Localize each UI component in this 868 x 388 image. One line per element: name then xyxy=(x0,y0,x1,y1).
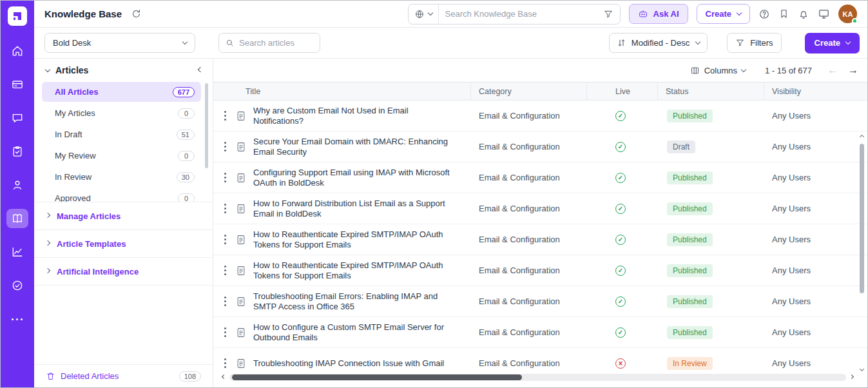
sidebar-group-article-templates[interactable]: Article Templates xyxy=(34,230,213,258)
column-header-title[interactable]: Title xyxy=(213,82,471,100)
horizontal-scroll-track[interactable] xyxy=(229,374,846,381)
article-title-link[interactable]: How to Configure a Custom SMTP Email Ser… xyxy=(253,322,450,342)
help-icon[interactable] xyxy=(758,8,770,20)
article-title-link[interactable]: Configuring Support Email using IMAP wit… xyxy=(253,168,450,188)
chat-icon[interactable] xyxy=(6,108,28,128)
sidebar-item-all-articles[interactable]: All Articles 677 xyxy=(42,82,201,102)
scroll-down-icon[interactable] xyxy=(860,367,864,371)
live-cell xyxy=(587,265,658,276)
scroll-right-icon[interactable] xyxy=(849,374,854,378)
horizontal-scroll-thumb[interactable] xyxy=(232,374,522,380)
article-title-link[interactable]: Secure Your Email Domain with DMARC: Enh… xyxy=(253,137,450,157)
article-title-link[interactable]: How to Reauthenticate Expired SMTP/IMAP … xyxy=(253,260,450,280)
article-title-link[interactable]: Troubleshooting IMAP Connection Issue wi… xyxy=(253,358,444,369)
count-badge: 108 xyxy=(179,371,201,382)
article-title-link[interactable]: How to Reauthenticate Expired SMTP/IMAP … xyxy=(253,229,450,249)
nav-item-label: In Review xyxy=(55,172,92,182)
column-header-status[interactable]: Status xyxy=(658,82,764,100)
filters-button[interactable]: Filters xyxy=(727,33,781,53)
sidebar-item-approved[interactable]: Approved 0 xyxy=(42,188,201,202)
column-header-live[interactable]: Live xyxy=(587,82,658,100)
vertical-scrollbar[interactable] xyxy=(858,137,866,371)
table-row[interactable]: How to Configure a Custom SMTP Email Ser… xyxy=(213,317,867,348)
more-icon[interactable] xyxy=(6,309,28,329)
horizontal-scrollbar[interactable] xyxy=(222,373,853,382)
ask-ai-button[interactable]: Ask AI xyxy=(629,4,688,24)
panel-scrollbar[interactable] xyxy=(205,83,208,168)
row-menu-icon[interactable] xyxy=(222,296,229,307)
reports-icon[interactable] xyxy=(6,242,28,262)
column-header-visibility[interactable]: Visibility xyxy=(764,82,867,100)
status-badge: Published xyxy=(667,326,713,339)
table-row[interactable]: How to Forward Distribution List Email a… xyxy=(213,193,867,224)
count-badge: 0 xyxy=(178,151,195,161)
article-title-link[interactable]: Troubleshooting Email Errors: Enabling I… xyxy=(253,291,450,311)
section-expand-icon[interactable] xyxy=(45,66,50,72)
row-menu-icon[interactable] xyxy=(222,141,229,152)
app-window: Knowledge Base xyxy=(0,0,868,388)
sidebar-group-artificial-intelligence[interactable]: Artificial Intelligence xyxy=(34,258,213,286)
chevron-down-icon xyxy=(427,10,432,15)
row-menu-icon[interactable] xyxy=(222,265,229,276)
notifications-icon[interactable] xyxy=(798,8,809,20)
table-row[interactable]: Configuring Support Email using IMAP wit… xyxy=(213,162,867,193)
home-icon[interactable] xyxy=(6,41,28,61)
article-icon xyxy=(235,172,247,184)
bolddesk-logo[interactable] xyxy=(8,6,27,26)
search-scope-dropdown[interactable] xyxy=(409,5,439,24)
bookmark-icon[interactable] xyxy=(778,8,789,19)
create-button[interactable]: Create xyxy=(805,33,860,53)
table-row[interactable]: Troubleshooting Email Errors: Enabling I… xyxy=(213,286,867,317)
collapse-panel-icon[interactable] xyxy=(197,68,204,73)
search-filter-icon[interactable] xyxy=(597,9,620,19)
contacts-icon[interactable] xyxy=(6,175,28,195)
sidebar-item-my-articles[interactable]: My Articles 0 xyxy=(42,103,201,123)
scroll-left-icon[interactable] xyxy=(222,374,226,378)
approvals-icon[interactable] xyxy=(6,276,28,295)
refresh-icon[interactable] xyxy=(131,8,142,19)
article-title-link[interactable]: How to Forward Distribution List Email a… xyxy=(253,199,450,218)
column-header-category[interactable]: Category xyxy=(471,82,587,100)
vertical-scroll-thumb[interactable] xyxy=(860,144,864,293)
columns-button[interactable]: Columns xyxy=(690,66,746,75)
chevron-right-icon xyxy=(45,267,50,273)
count-badge: 51 xyxy=(177,130,195,140)
sidebar-item-deleted-articles[interactable]: Deleted Articles 108 xyxy=(34,364,213,387)
row-menu-icon[interactable] xyxy=(222,203,229,214)
category-cell: Email & Configuration xyxy=(471,204,587,213)
sidebar-item-my-review[interactable]: My Review 0 xyxy=(42,146,201,166)
row-menu-icon[interactable] xyxy=(222,234,229,245)
prev-page-icon[interactable]: ← xyxy=(827,65,838,75)
article-search-input[interactable] xyxy=(239,38,310,48)
live-cell xyxy=(587,358,658,369)
chevron-right-icon xyxy=(45,240,50,245)
table-row[interactable]: How to Reauthenticate Expired SMTP/IMAP … xyxy=(213,255,867,286)
articles-panel: Articles All Articles 677 My Articles 0 … xyxy=(34,59,213,387)
sidebar-item-in-draft[interactable]: In Draft 51 xyxy=(42,124,201,144)
row-menu-icon[interactable] xyxy=(222,358,229,369)
sidebar-group-manage-articles[interactable]: Manage Articles xyxy=(34,202,213,230)
next-page-icon[interactable]: → xyxy=(848,65,858,75)
header-create-button[interactable]: Create xyxy=(697,4,750,24)
screen-share-icon[interactable] xyxy=(818,8,830,20)
table-row[interactable]: Why are Custom Email Not Used in Email N… xyxy=(213,101,867,131)
visibility-cell: Any Users xyxy=(764,235,867,244)
global-search-input[interactable] xyxy=(439,9,597,19)
nav-item-label: Approved xyxy=(55,193,91,202)
tickets-icon[interactable] xyxy=(6,75,28,94)
live-cell xyxy=(587,234,658,245)
article-title-link[interactable]: Why are Custom Email Not Used in Email N… xyxy=(253,106,450,126)
row-menu-icon[interactable] xyxy=(222,172,229,183)
row-menu-icon[interactable] xyxy=(222,110,229,121)
brand-select[interactable]: Bold Desk xyxy=(44,33,195,53)
avatar-initials: KA xyxy=(843,10,853,18)
table-row[interactable]: Troubleshooting IMAP Connection Issue wi… xyxy=(213,348,867,373)
sort-dropdown[interactable]: Modified - Desc xyxy=(609,33,708,53)
table-row[interactable]: How to Reauthenticate Expired SMTP/IMAP … xyxy=(213,224,867,255)
sidebar-item-in-review[interactable]: In Review 30 xyxy=(42,167,201,187)
row-menu-icon[interactable] xyxy=(222,327,229,338)
avatar[interactable]: KA xyxy=(838,5,857,23)
knowledge-base-icon[interactable] xyxy=(6,209,28,228)
tasks-icon[interactable] xyxy=(6,142,28,161)
table-row[interactable]: Secure Your Email Domain with DMARC: Enh… xyxy=(213,131,867,162)
